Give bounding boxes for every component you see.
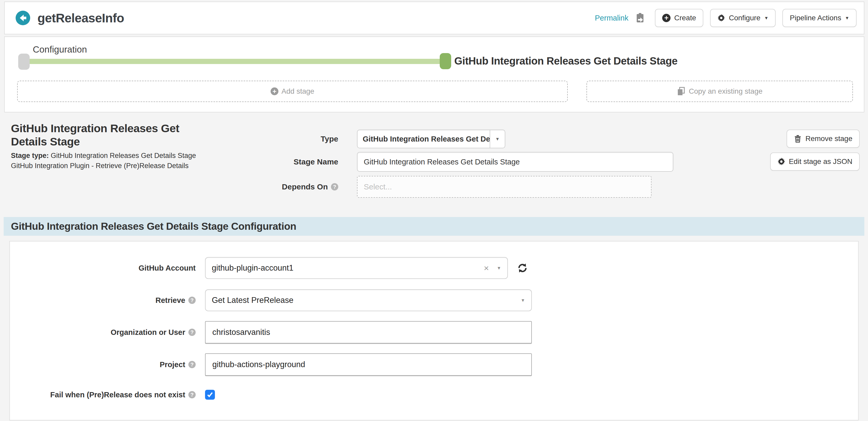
github-account-select[interactable]: github-plugin-account1 × ▼ [205,257,508,279]
clipboard-icon[interactable] [635,12,645,23]
depends-on-select[interactable]: Select... [357,176,652,198]
gear-icon [717,14,725,22]
type-label: Type [0,129,338,148]
help-icon[interactable]: ? [188,329,196,336]
project-label: Project ? [10,360,196,369]
fail-checkbox-label: Fail when (Pre)Release does not exist ? [10,391,196,399]
remove-stage-button[interactable]: Remove stage [786,129,860,148]
trash-icon [794,134,802,143]
copy-existing-stage-button[interactable]: Copy an existing stage [586,81,853,102]
graph-configuration-label[interactable]: Configuration [33,44,87,55]
chevron-down-icon[interactable]: ▼ [497,266,501,270]
stage-config-panel: GitHub Account github-plugin-account1 × … [9,241,859,420]
refresh-icon[interactable] [517,262,528,274]
configure-button[interactable]: Configure ▼ [710,9,776,27]
graph-stage-label[interactable]: GitHub Integration Releases Get Details … [454,55,678,67]
plus-icon: + [271,87,278,95]
copy-icon [677,87,686,96]
permalink-link[interactable]: Permalink [595,14,628,22]
stage-editor-section: GitHub Integration Releases Get Details … [0,112,868,217]
retrieve-label: Retrieve ? [10,296,196,305]
graph-node-stage[interactable] [440,53,451,69]
stage-type-select[interactable]: GitHub Integration Releases Get Det… ▼ [357,129,505,148]
add-stage-button[interactable]: + Add stage [17,81,568,102]
fail-checkbox[interactable] [205,390,215,400]
pipeline-config-page: getReleaseInfo Permalink + Create [0,0,868,421]
create-button[interactable]: + Create [655,9,703,27]
gear-icon [777,158,785,166]
help-icon[interactable]: ? [331,183,338,190]
chevron-down-icon[interactable]: ▼ [521,298,525,303]
plus-icon: + [662,14,671,22]
pipeline-actions-button[interactable]: Pipeline Actions ▼ [782,9,857,27]
pipeline-graph-panel: Configuration GitHub Integration Release… [4,36,864,112]
project-input[interactable] [205,353,532,376]
check-icon [207,391,213,398]
retrieve-select[interactable]: Get Latest PreRelease ▼ [205,289,532,311]
organization-input[interactable] [205,321,532,343]
stage-config-section-header: GitHub Integration Releases Get Details … [4,217,864,236]
help-icon[interactable]: ? [188,297,196,304]
graph-node-configuration[interactable] [18,54,30,70]
depends-on-label: Depends On ? [0,176,338,198]
chevron-down-icon[interactable]: ▼ [490,130,505,148]
stage-name-input[interactable] [357,152,673,172]
help-icon[interactable]: ? [188,391,196,398]
chevron-down-icon: ▼ [764,16,769,20]
graph-edge [26,59,443,64]
page-title: getReleaseInfo [37,11,124,25]
clear-icon[interactable]: × [484,264,489,272]
back-icon[interactable] [15,10,31,26]
help-icon[interactable]: ? [188,361,196,368]
stage-name-label: Stage Name [0,152,338,172]
organization-label: Organization or User ? [10,328,196,337]
chevron-down-icon: ▼ [845,16,849,20]
github-account-label: GitHub Account [10,264,196,272]
edit-stage-json-button[interactable]: Edit stage as JSON [770,152,860,171]
header-bar: getReleaseInfo Permalink + Create [4,2,864,34]
